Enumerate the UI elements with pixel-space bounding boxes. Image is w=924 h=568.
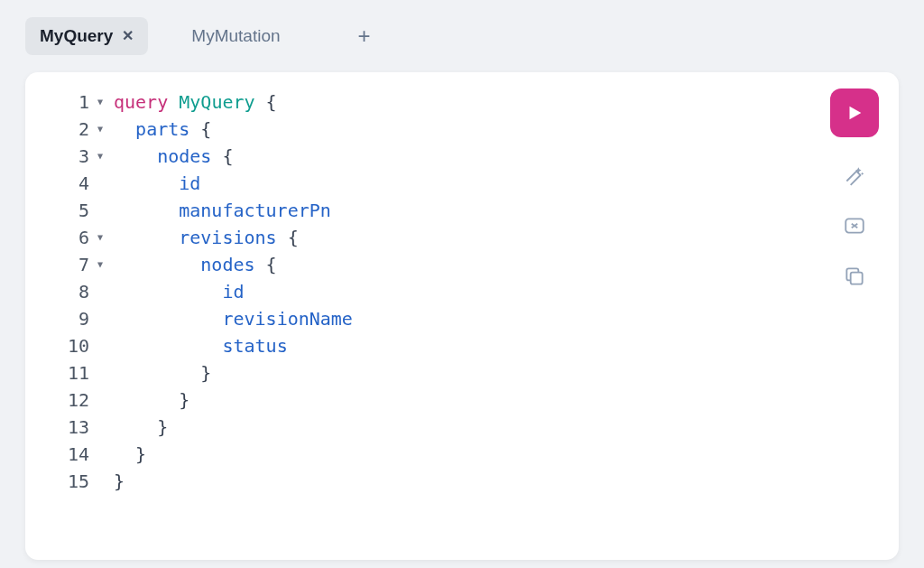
code-line[interactable]: nodes { [114,251,353,278]
fold-toggle-icon[interactable]: ▼ [92,88,103,116]
token-sp [114,308,222,330]
token-sp [189,118,200,140]
code-line[interactable]: } [114,386,353,414]
tab-label: MyMutation [191,26,280,46]
copy-icon[interactable] [842,264,867,289]
line-gutter: 1▼2▼3▼456▼7▼89101112131415 [25,88,108,495]
gutter-line: 8 [25,278,103,305]
gutter-line: 3▼ [25,143,103,170]
token-punc: } [114,470,125,492]
fold-toggle-icon[interactable]: ▼ [92,224,103,251]
line-number: 14 [68,441,89,468]
code-line[interactable]: revisionName [114,305,353,332]
gutter-line: 12 [25,386,103,414]
token-name: MyQuery [179,91,254,113]
action-rail [830,88,879,289]
token-field: status [222,335,287,357]
code-line[interactable]: } [114,414,353,441]
editor-panel: 1▼2▼3▼456▼7▼89101112131415 query MyQuery… [25,72,899,560]
token-sp [255,91,266,113]
line-number: 11 [68,359,89,386]
close-icon[interactable]: ✕ [122,29,134,43]
token-field: revisions [179,227,276,248]
token-sp [211,145,222,167]
gutter-line: 9 [25,305,103,332]
gutter-line: 2▼ [25,116,103,143]
token-sp [114,443,135,465]
gutter-line: 14 [25,441,103,468]
code-line[interactable]: status [114,332,353,359]
code-line[interactable]: parts { [114,116,353,143]
line-number: 1 [68,88,89,116]
token-sp [255,254,266,275]
token-sp [114,281,222,303]
token-field: id [179,172,200,194]
gutter-line: 1▼ [25,88,103,116]
line-number: 7 [68,251,89,278]
tab-mymutation[interactable]: MyMutation [177,17,294,55]
line-number: 6 [68,224,89,251]
line-number: 9 [68,305,89,332]
token-field: manufacturerPn [179,200,331,221]
line-number: 15 [68,468,89,495]
fold-toggle-icon[interactable]: ▼ [92,116,103,143]
gutter-line: 7▼ [25,251,103,278]
svg-rect-1 [851,273,863,284]
token-punc: } [135,443,146,465]
token-sp [114,118,135,140]
token-punc: { [222,145,233,167]
token-sp [114,172,179,194]
code-lines[interactable]: query MyQuery { parts { nodes { id manuf… [108,88,353,495]
token-field: nodes [157,145,211,167]
code-line[interactable]: } [114,468,353,495]
code-line[interactable]: query MyQuery { [114,88,353,116]
gutter-line: 6▼ [25,224,103,251]
token-punc: } [200,362,211,384]
token-sp [114,254,200,275]
token-field: nodes [200,254,254,275]
line-number: 10 [68,332,89,359]
gutter-line: 5 [25,197,103,224]
token-field: id [222,281,244,303]
tab-myquery[interactable]: MyQuery ✕ [25,17,148,55]
code-line[interactable]: manufacturerPn [114,197,353,224]
code-line[interactable]: nodes { [114,143,353,170]
token-sp [277,227,288,248]
token-sp [114,335,222,357]
token-punc: { [200,118,211,140]
token-sp [168,91,179,113]
gutter-line: 4 [25,170,103,197]
gutter-line: 13 [25,414,103,441]
line-number: 12 [68,386,89,414]
code-line[interactable]: revisions { [114,224,353,251]
line-number: 4 [68,170,89,197]
code-line[interactable]: } [114,441,353,468]
code-line[interactable]: id [114,278,353,305]
line-number: 13 [68,414,89,441]
gutter-line: 10 [25,332,103,359]
gutter-line: 15 [25,468,103,495]
token-punc: { [266,91,277,113]
line-number: 3 [68,143,89,170]
token-sp [114,145,157,167]
add-tab-button[interactable]: + [347,18,382,54]
code-line[interactable]: id [114,170,353,197]
token-sp [114,362,200,384]
tab-label: MyQuery [40,26,113,46]
fold-toggle-icon[interactable]: ▼ [92,143,103,170]
run-button[interactable] [830,88,879,137]
code-area[interactable]: 1▼2▼3▼456▼7▼89101112131415 query MyQuery… [25,88,899,495]
clear-icon[interactable] [842,213,867,238]
token-punc: { [288,227,299,248]
token-sp [114,389,179,411]
prettify-icon[interactable] [842,163,867,188]
token-sp [114,227,179,248]
fold-toggle-icon[interactable]: ▼ [92,251,103,278]
token-field: revisionName [222,308,353,330]
token-field: parts [135,118,189,140]
line-number: 2 [68,116,89,143]
line-number: 8 [68,278,89,305]
token-punc: { [266,254,277,275]
code-line[interactable]: } [114,359,353,386]
gutter-line: 11 [25,359,103,386]
